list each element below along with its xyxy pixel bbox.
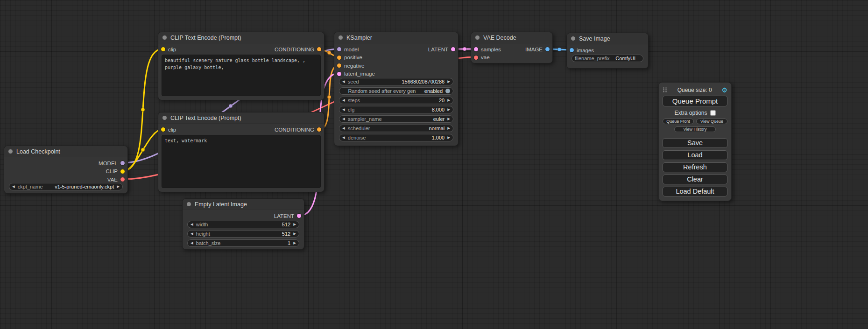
- widget-ckpt-name[interactable]: ◀ ckpt_name v1-5-pruned-emaonly.ckpt ▶: [9, 183, 123, 190]
- increment-arrow-icon[interactable]: ▶: [447, 117, 450, 121]
- widget-height[interactable]: ◀ height 512 ▶: [187, 230, 299, 238]
- node-status-dot[interactable]: [187, 202, 191, 206]
- drag-handle-icon[interactable]: [663, 87, 668, 93]
- save-button[interactable]: Save: [663, 138, 727, 148]
- node-graph-canvas[interactable]: Load Checkpoint MODEL CLIP VAE ◀ ckpt_na…: [0, 0, 868, 329]
- widget-sampler-name[interactable]: ◀ sampler_name euler ▶: [339, 115, 453, 123]
- extra-options-checkbox[interactable]: [710, 110, 716, 116]
- node-title-bar[interactable]: Save Image: [567, 33, 648, 44]
- input-pin-vae[interactable]: [474, 56, 478, 60]
- node-title-bar[interactable]: CLIP Text Encode (Prompt): [158, 112, 324, 124]
- node-title-bar[interactable]: Empty Latent Image: [183, 199, 304, 210]
- view-history-button[interactable]: View History: [674, 126, 716, 132]
- queue-pill-row: Queue Front View Queue: [663, 119, 727, 124]
- node-status-dot[interactable]: [475, 35, 480, 40]
- increment-arrow-icon[interactable]: ▶: [293, 241, 296, 245]
- increment-arrow-icon[interactable]: ▶: [447, 126, 450, 130]
- output-pin-vae[interactable]: [120, 177, 125, 182]
- widget-seed[interactable]: ◀ seed 156680208700286 ▶: [339, 78, 453, 85]
- history-pill-row: View History: [663, 126, 727, 132]
- widget-filename-prefix[interactable]: filename_prefix ComfyUI: [572, 55, 643, 62]
- node-title-bar[interactable]: Load Checkpoint: [4, 146, 127, 157]
- input-pin-clip[interactable]: [161, 47, 165, 51]
- slot-row: clip CONDITIONING: [158, 126, 324, 134]
- view-queue-button[interactable]: View Queue: [696, 119, 727, 124]
- widget-denoise[interactable]: ◀ denoise 1.000 ▶: [339, 134, 453, 141]
- node-vae-decode[interactable]: VAE Decode samples IMAGE vae: [471, 32, 553, 63]
- input-pin-samples[interactable]: [474, 47, 478, 51]
- node-load-checkpoint[interactable]: Load Checkpoint MODEL CLIP VAE ◀ ckpt_na…: [4, 146, 128, 194]
- decrement-arrow-icon[interactable]: ◀: [342, 126, 345, 130]
- increment-arrow-icon[interactable]: ▶: [447, 136, 450, 140]
- output-pin-model[interactable]: [120, 161, 125, 165]
- slot-row: positive: [334, 54, 458, 62]
- output-pin-clip[interactable]: [120, 169, 125, 174]
- widget-steps[interactable]: ◀ steps 20 ▶: [339, 97, 453, 104]
- load-button[interactable]: Load: [663, 150, 727, 160]
- widget-label: height: [196, 231, 210, 237]
- input-pin-negative[interactable]: [337, 63, 341, 68]
- settings-gear-icon[interactable]: ⚙: [721, 87, 727, 93]
- output-pin-conditioning[interactable]: [317, 47, 321, 51]
- refresh-button[interactable]: Refresh: [663, 162, 727, 172]
- clear-button[interactable]: Clear: [663, 175, 727, 184]
- slot-row: samples IMAGE: [471, 45, 552, 54]
- node-status-dot[interactable]: [339, 35, 343, 40]
- input-pin-latent-image[interactable]: [337, 72, 341, 76]
- node-clip-text-encode-negative[interactable]: CLIP Text Encode (Prompt) clip CONDITION…: [158, 112, 325, 192]
- output-pin-image[interactable]: [545, 47, 550, 51]
- widget-cfg[interactable]: ◀ cfg 8.000 ▶: [339, 106, 453, 113]
- increment-arrow-icon[interactable]: ▶: [447, 108, 450, 112]
- input-label: clip: [168, 127, 176, 133]
- node-ksampler[interactable]: KSampler model LATENT positive: [334, 32, 459, 146]
- output-label: VAE: [107, 177, 118, 182]
- toggle-knob-icon[interactable]: [445, 89, 450, 93]
- increment-arrow-icon[interactable]: ▶: [293, 232, 296, 236]
- decrement-arrow-icon[interactable]: ◀: [342, 136, 345, 140]
- decrement-arrow-icon[interactable]: ◀: [342, 108, 345, 112]
- increment-arrow-icon[interactable]: ▶: [447, 98, 450, 102]
- queue-panel-header: Queue size: 0 ⚙: [663, 86, 727, 94]
- queue-front-button[interactable]: Queue Front: [663, 119, 694, 124]
- decrement-arrow-icon[interactable]: ◀: [342, 80, 345, 84]
- widget-batch-size[interactable]: ◀ batch_size 1 ▶: [187, 239, 299, 247]
- load-default-button[interactable]: Load Default: [663, 187, 727, 196]
- widget-scheduler[interactable]: ◀ scheduler normal ▶: [339, 125, 453, 132]
- widget-random-seed-toggle[interactable]: Random seed after every gen enabled: [339, 87, 453, 95]
- output-pin-conditioning[interactable]: [317, 127, 321, 132]
- decrement-arrow-icon[interactable]: ◀: [342, 117, 345, 121]
- node-title-bar[interactable]: KSampler: [334, 32, 458, 43]
- increment-arrow-icon[interactable]: ▶: [447, 80, 450, 84]
- output-label: CONDITIONING: [275, 127, 314, 133]
- output-pin-latent[interactable]: [297, 214, 301, 218]
- output-label: CLIP: [106, 168, 118, 174]
- prompt-textarea[interactable]: beautiful scenery nature glass bottle la…: [162, 55, 321, 96]
- extra-options-label: Extra options: [674, 110, 707, 116]
- decrement-arrow-icon[interactable]: ◀: [12, 185, 15, 189]
- queue-prompt-button[interactable]: Queue Prompt: [663, 96, 727, 106]
- decrement-arrow-icon[interactable]: ◀: [342, 98, 345, 102]
- node-status-dot[interactable]: [162, 116, 167, 120]
- node-clip-text-encode-positive[interactable]: CLIP Text Encode (Prompt) clip CONDITION…: [158, 32, 325, 100]
- output-pin-latent[interactable]: [451, 47, 455, 51]
- input-pin-model[interactable]: [337, 47, 341, 51]
- node-status-dot[interactable]: [571, 36, 575, 41]
- node-title-bar[interactable]: VAE Decode: [471, 32, 552, 43]
- widget-width[interactable]: ◀ width 512 ▶: [187, 221, 299, 228]
- node-title-bar[interactable]: CLIP Text Encode (Prompt): [158, 32, 324, 43]
- output-label: IMAGE: [525, 47, 543, 52]
- increment-arrow-icon[interactable]: ▶: [117, 185, 120, 189]
- node-status-dot[interactable]: [8, 149, 13, 154]
- decrement-arrow-icon[interactable]: ◀: [191, 232, 193, 236]
- decrement-arrow-icon[interactable]: ◀: [191, 223, 193, 226]
- input-pin-images[interactable]: [570, 48, 574, 52]
- input-pin-positive[interactable]: [337, 56, 341, 60]
- node-save-image[interactable]: Save Image images filename_prefix ComfyU…: [566, 33, 649, 69]
- prompt-textarea[interactable]: text, watermark: [162, 135, 321, 188]
- decrement-arrow-icon[interactable]: ◀: [191, 241, 193, 245]
- input-pin-clip[interactable]: [161, 127, 165, 132]
- node-empty-latent-image[interactable]: Empty Latent Image LATENT ◀ width 512 ▶ …: [182, 198, 304, 250]
- increment-arrow-icon[interactable]: ▶: [293, 223, 296, 226]
- input-label: samples: [481, 47, 501, 52]
- node-status-dot[interactable]: [162, 35, 167, 40]
